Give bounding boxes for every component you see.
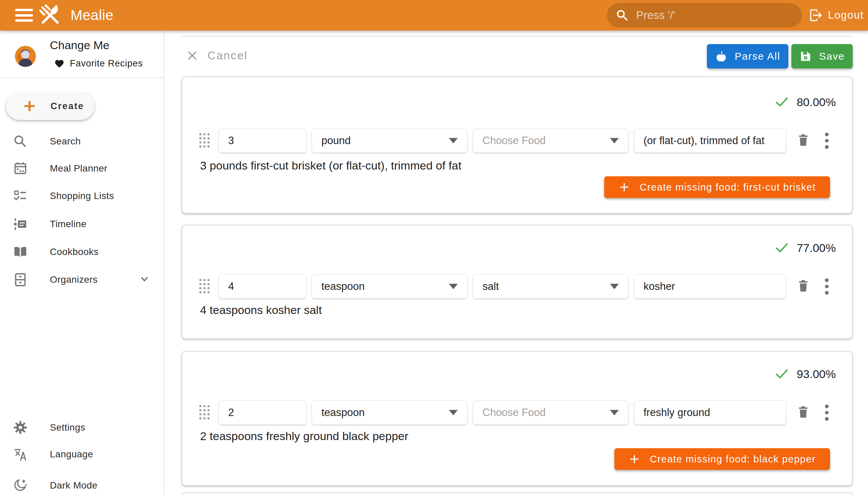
logout-button[interactable]: Logout [809, 0, 864, 31]
search-bar[interactable] [607, 3, 802, 28]
logout-label: Logout [828, 9, 864, 21]
unit-select[interactable]: pound [311, 129, 467, 153]
sidebar-item-language[interactable]: Language [0, 440, 165, 468]
ingredient-card: 77.00% teaspoon salt 4 tea [182, 225, 853, 339]
app-title: Mealie [70, 0, 114, 31]
dropdown-caret-icon [610, 138, 619, 143]
apple-icon [715, 50, 727, 62]
dropdown-caret-icon [449, 138, 458, 143]
plus-icon [23, 99, 36, 113]
user-name: Change Me [50, 39, 109, 52]
sidebar-item-meal-planner[interactable]: Meal Planner [0, 155, 165, 183]
search-icon [616, 9, 629, 22]
note-input[interactable] [634, 274, 786, 299]
quantity-input[interactable] [218, 129, 307, 153]
sidebar-item-settings[interactable]: Settings [0, 414, 165, 441]
translate-icon [13, 447, 28, 462]
save-button[interactable]: Save [792, 44, 853, 68]
parse-all-button[interactable]: Parse All [707, 44, 788, 68]
sidebar-item-shopping-lists[interactable]: Shopping Lists [0, 182, 165, 210]
sidebar-item-search[interactable]: Search [0, 127, 165, 155]
sidebar-divider [0, 77, 164, 78]
check-icon [775, 95, 789, 109]
moon-icon [13, 478, 28, 493]
quantity-input[interactable] [218, 400, 307, 425]
timeline-icon [13, 217, 28, 232]
sidebar-item-dark-mode[interactable]: Dark Mode [0, 472, 165, 495]
ingredient-fields-row: pound Choose Food [193, 129, 841, 153]
dropdown-caret-icon [449, 284, 458, 289]
menu-icon[interactable] [15, 9, 33, 22]
favorite-recipes-link[interactable]: Favorite Recipes [54, 58, 143, 69]
check-icon [775, 240, 789, 255]
heart-icon [54, 59, 64, 69]
check-icon [775, 366, 789, 381]
magnify-icon [13, 134, 28, 149]
unit-select[interactable]: teaspoon [311, 274, 467, 299]
drag-handle-icon[interactable] [199, 133, 210, 148]
chevron-down-icon [138, 273, 151, 287]
close-icon [186, 49, 199, 62]
drag-handle-icon[interactable] [199, 405, 210, 420]
mealie-logo-icon [38, 3, 62, 28]
trash-icon[interactable] [797, 133, 810, 148]
logout-icon [809, 8, 822, 22]
food-select[interactable]: Choose Food [473, 129, 629, 153]
favorite-recipes-label: Favorite Recipes [70, 58, 143, 69]
trash-icon[interactable] [797, 279, 810, 294]
trash-icon[interactable] [797, 405, 810, 420]
quantity-input[interactable] [218, 274, 307, 299]
kebab-menu-icon[interactable] [821, 278, 832, 295]
confidence-value: 80.00% [797, 96, 836, 109]
confidence-indicator: 80.00% [775, 95, 836, 109]
dropdown-caret-icon [610, 410, 619, 415]
create-missing-food-button[interactable]: Create missing food: first-cut brisket [604, 176, 830, 198]
avatar[interactable] [15, 46, 36, 67]
original-ingredient-text: 2 teaspoons freshly ground black pepper [200, 430, 408, 443]
kebab-menu-icon[interactable] [821, 405, 832, 421]
original-ingredient-text: 3 pounds first-cut brisket (or flat-cut)… [200, 159, 461, 172]
dropdown-caret-icon [449, 410, 458, 415]
gear-icon [13, 420, 28, 435]
kebab-menu-icon[interactable] [821, 133, 832, 149]
main-content: Cancel Parse All Save 80.00% pound [165, 31, 868, 495]
note-input[interactable] [634, 129, 786, 153]
confidence-value: 93.00% [797, 368, 836, 381]
sidebar-item-cookbooks[interactable]: Cookbooks [0, 238, 165, 266]
save-icon [800, 50, 812, 62]
calendar-icon [13, 161, 28, 176]
ingredient-fields-row: teaspoon salt [193, 274, 841, 299]
create-button-label: Create [51, 101, 84, 112]
ingredient-card: 80.00% pound Choose Food 3 [182, 76, 853, 214]
plus-icon [618, 182, 630, 193]
cancel-button[interactable]: Cancel [186, 47, 248, 64]
book-open-icon [13, 244, 28, 259]
plus-icon [629, 453, 640, 465]
drag-handle-icon[interactable] [199, 279, 210, 294]
unit-select[interactable]: teaspoon [311, 400, 467, 425]
file-cabinet-icon [13, 272, 28, 287]
user-profile: Change Me Favorite Recipes [0, 31, 164, 77]
sidebar-item-timeline[interactable]: Timeline [0, 210, 165, 238]
food-select[interactable]: Choose Food [473, 400, 629, 425]
dropdown-caret-icon [610, 284, 619, 289]
sidebar-item-organizers[interactable]: Organizers [0, 266, 165, 294]
original-ingredient-text: 4 teaspoons kosher salt [200, 304, 322, 317]
ingredient-card: 93.00% teaspoon Choose Food [182, 351, 853, 486]
ingredient-fields-row: teaspoon Choose Food [193, 400, 841, 425]
confidence-indicator: 93.00% [775, 366, 836, 381]
create-button[interactable]: Create [6, 92, 95, 120]
confidence-indicator: 77.00% [775, 240, 836, 255]
create-missing-food-button[interactable]: Create missing food: black pepper [614, 448, 830, 470]
confidence-value: 77.00% [797, 241, 836, 255]
checklist-icon [13, 188, 28, 203]
note-input[interactable] [634, 400, 786, 425]
app-bar: Mealie Logout [0, 0, 868, 31]
search-input[interactable] [636, 9, 793, 22]
sidebar: Change Me Favorite Recipes Create Search… [0, 31, 165, 495]
ingredient-card-partial [182, 492, 853, 495]
previous-card-bottom-edge [182, 36, 853, 37]
food-select[interactable]: salt [473, 274, 629, 299]
